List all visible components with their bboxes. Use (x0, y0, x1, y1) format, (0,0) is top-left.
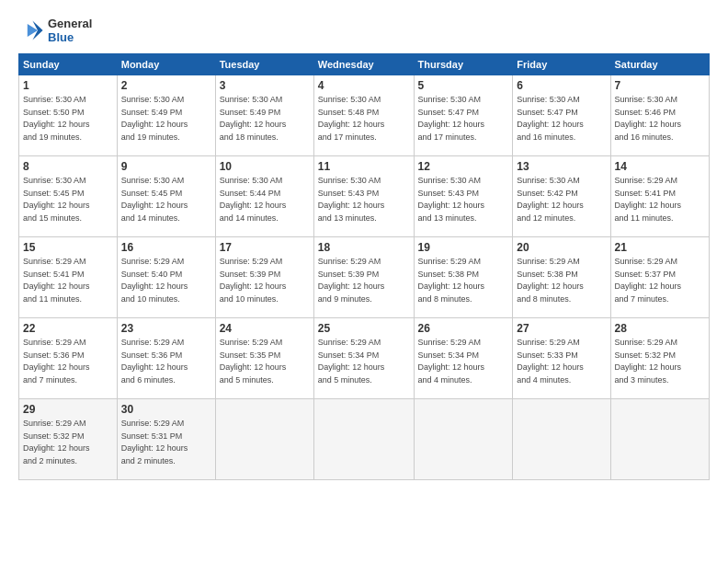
day-info: Sunrise: 5:29 AMSunset: 5:36 PMDaylight:… (121, 337, 211, 386)
day-info: Sunrise: 5:29 AMSunset: 5:38 PMDaylight:… (418, 256, 509, 305)
day-number: 27 (517, 322, 606, 335)
calendar-cell: 7Sunrise: 5:30 AMSunset: 5:46 PMDaylight… (610, 75, 709, 156)
weekday-header-tuesday: Tuesday (215, 54, 313, 75)
day-number: 16 (121, 241, 211, 254)
day-info: Sunrise: 5:29 AMSunset: 5:37 PMDaylight:… (615, 256, 705, 305)
calendar-cell: 3Sunrise: 5:30 AMSunset: 5:49 PMDaylight… (215, 75, 313, 156)
day-number: 29 (23, 403, 113, 416)
calendar-cell: 27Sunrise: 5:29 AMSunset: 5:33 PMDayligh… (513, 318, 610, 399)
day-info: Sunrise: 5:29 AMSunset: 5:32 PMDaylight:… (615, 337, 705, 386)
day-number: 2 (121, 79, 211, 92)
day-number: 4 (318, 79, 410, 92)
logo-text: General Blue (48, 17, 92, 44)
week-row-4: 22Sunrise: 5:29 AMSunset: 5:36 PMDayligh… (19, 318, 710, 399)
day-info: Sunrise: 5:30 AMSunset: 5:50 PMDaylight:… (23, 94, 113, 144)
day-info: Sunrise: 5:29 AMSunset: 5:34 PMDaylight:… (318, 337, 410, 386)
day-info: Sunrise: 5:29 AMSunset: 5:36 PMDaylight:… (23, 337, 113, 386)
calendar-cell: 30Sunrise: 5:29 AMSunset: 5:31 PMDayligh… (117, 399, 215, 480)
day-number: 18 (318, 241, 410, 254)
day-number: 25 (318, 322, 410, 335)
day-number: 13 (517, 160, 606, 173)
day-info: Sunrise: 5:30 AMSunset: 5:48 PMDaylight:… (318, 94, 410, 144)
calendar-cell: 13Sunrise: 5:30 AMSunset: 5:42 PMDayligh… (513, 156, 610, 237)
calendar-cell: 15Sunrise: 5:29 AMSunset: 5:41 PMDayligh… (19, 237, 118, 318)
calendar-cell: 25Sunrise: 5:29 AMSunset: 5:34 PMDayligh… (313, 318, 414, 399)
weekday-header-friday: Friday (513, 54, 610, 75)
day-number: 3 (220, 79, 310, 92)
day-number: 7 (615, 79, 705, 92)
calendar-cell (610, 399, 709, 480)
calendar-cell: 4Sunrise: 5:30 AMSunset: 5:48 PMDaylight… (313, 75, 414, 156)
weekday-header-monday: Monday (117, 54, 215, 75)
day-number: 9 (121, 160, 211, 173)
week-row-1: 1Sunrise: 5:30 AMSunset: 5:50 PMDaylight… (19, 75, 710, 156)
calendar-cell: 24Sunrise: 5:29 AMSunset: 5:35 PMDayligh… (215, 318, 313, 399)
day-info: Sunrise: 5:30 AMSunset: 5:45 PMDaylight:… (121, 175, 211, 224)
day-info: Sunrise: 5:29 AMSunset: 5:34 PMDaylight:… (418, 337, 509, 386)
day-info: Sunrise: 5:29 AMSunset: 5:35 PMDaylight:… (220, 337, 310, 386)
calendar-cell: 12Sunrise: 5:30 AMSunset: 5:43 PMDayligh… (414, 156, 513, 237)
day-info: Sunrise: 5:29 AMSunset: 5:40 PMDaylight:… (121, 256, 211, 305)
day-number: 1 (23, 79, 113, 92)
calendar-cell: 5Sunrise: 5:30 AMSunset: 5:47 PMDaylight… (414, 75, 513, 156)
day-number: 23 (121, 322, 211, 335)
day-number: 21 (615, 241, 705, 254)
calendar-cell (513, 399, 610, 480)
header: General Blue (18, 17, 710, 44)
calendar-cell (313, 399, 414, 480)
day-info: Sunrise: 5:29 AMSunset: 5:41 PMDaylight:… (23, 256, 113, 305)
day-info: Sunrise: 5:29 AMSunset: 5:41 PMDaylight:… (615, 175, 705, 224)
calendar-cell: 28Sunrise: 5:29 AMSunset: 5:32 PMDayligh… (610, 318, 709, 399)
calendar-cell: 21Sunrise: 5:29 AMSunset: 5:37 PMDayligh… (610, 237, 709, 318)
day-number: 6 (517, 79, 606, 92)
day-number: 26 (418, 322, 509, 335)
calendar-cell: 20Sunrise: 5:29 AMSunset: 5:38 PMDayligh… (513, 237, 610, 318)
calendar-cell: 1Sunrise: 5:30 AMSunset: 5:50 PMDaylight… (19, 75, 118, 156)
calendar-cell (414, 399, 513, 480)
calendar: SundayMondayTuesdayWednesdayThursdayFrid… (18, 53, 710, 480)
logo: General Blue (18, 17, 92, 44)
calendar-cell: 26Sunrise: 5:29 AMSunset: 5:34 PMDayligh… (414, 318, 513, 399)
calendar-cell: 2Sunrise: 5:30 AMSunset: 5:49 PMDaylight… (117, 75, 215, 156)
calendar-cell: 9Sunrise: 5:30 AMSunset: 5:45 PMDaylight… (117, 156, 215, 237)
calendar-cell: 17Sunrise: 5:29 AMSunset: 5:39 PMDayligh… (215, 237, 313, 318)
day-info: Sunrise: 5:29 AMSunset: 5:39 PMDaylight:… (220, 256, 310, 305)
calendar-cell: 11Sunrise: 5:30 AMSunset: 5:43 PMDayligh… (313, 156, 414, 237)
day-number: 17 (220, 241, 310, 254)
calendar-cell (215, 399, 313, 480)
week-row-2: 8Sunrise: 5:30 AMSunset: 5:45 PMDaylight… (19, 156, 710, 237)
weekday-header-thursday: Thursday (414, 54, 513, 75)
day-info: Sunrise: 5:30 AMSunset: 5:46 PMDaylight:… (615, 94, 705, 144)
day-info: Sunrise: 5:30 AMSunset: 5:47 PMDaylight:… (517, 94, 606, 144)
day-number: 28 (615, 322, 705, 335)
day-info: Sunrise: 5:29 AMSunset: 5:31 PMDaylight:… (121, 418, 211, 467)
week-row-5: 29Sunrise: 5:29 AMSunset: 5:32 PMDayligh… (19, 399, 710, 480)
day-info: Sunrise: 5:30 AMSunset: 5:44 PMDaylight:… (220, 175, 310, 224)
day-number: 5 (418, 79, 509, 92)
day-number: 30 (121, 403, 211, 416)
day-number: 19 (418, 241, 509, 254)
week-row-3: 15Sunrise: 5:29 AMSunset: 5:41 PMDayligh… (19, 237, 710, 318)
calendar-cell: 29Sunrise: 5:29 AMSunset: 5:32 PMDayligh… (19, 399, 118, 480)
day-info: Sunrise: 5:30 AMSunset: 5:43 PMDaylight:… (418, 175, 509, 224)
day-number: 15 (23, 241, 113, 254)
calendar-cell: 23Sunrise: 5:29 AMSunset: 5:36 PMDayligh… (117, 318, 215, 399)
day-info: Sunrise: 5:29 AMSunset: 5:33 PMDaylight:… (517, 337, 606, 386)
calendar-cell: 22Sunrise: 5:29 AMSunset: 5:36 PMDayligh… (19, 318, 118, 399)
day-number: 12 (418, 160, 509, 173)
day-number: 10 (220, 160, 310, 173)
calendar-cell: 8Sunrise: 5:30 AMSunset: 5:45 PMDaylight… (19, 156, 118, 237)
day-number: 8 (23, 160, 113, 173)
calendar-cell: 6Sunrise: 5:30 AMSunset: 5:47 PMDaylight… (513, 75, 610, 156)
day-info: Sunrise: 5:30 AMSunset: 5:47 PMDaylight:… (418, 94, 509, 144)
day-number: 14 (615, 160, 705, 173)
weekday-header-saturday: Saturday (610, 54, 709, 75)
day-number: 20 (517, 241, 606, 254)
day-info: Sunrise: 5:29 AMSunset: 5:39 PMDaylight:… (318, 256, 410, 305)
page: General Blue SundayMondayTuesdayWednesda… (0, 0, 728, 489)
weekday-header-row: SundayMondayTuesdayWednesdayThursdayFrid… (19, 54, 710, 75)
day-info: Sunrise: 5:29 AMSunset: 5:32 PMDaylight:… (23, 418, 113, 467)
day-number: 11 (318, 160, 410, 173)
calendar-cell: 14Sunrise: 5:29 AMSunset: 5:41 PMDayligh… (610, 156, 709, 237)
day-info: Sunrise: 5:30 AMSunset: 5:49 PMDaylight:… (121, 94, 211, 144)
